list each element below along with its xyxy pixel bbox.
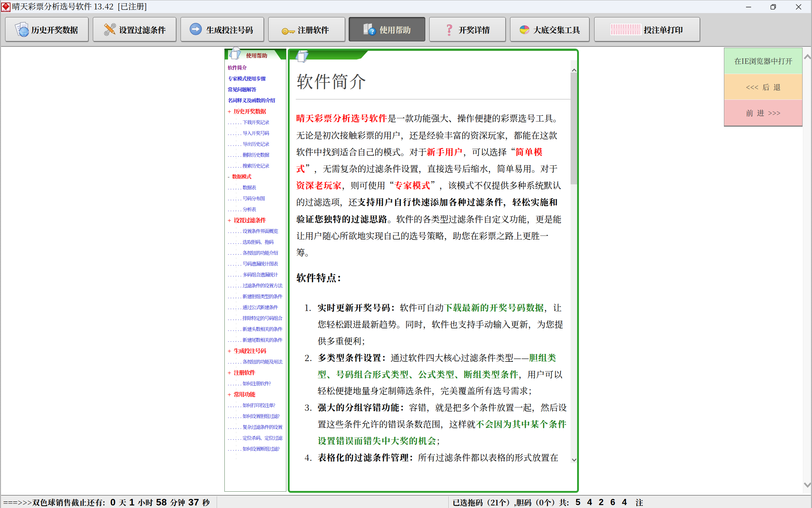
svg-text:?: ? xyxy=(371,28,374,36)
svg-text:?: ? xyxy=(447,22,452,35)
svg-text:L0TYEA9: L0TYEA9 xyxy=(1,9,10,12)
